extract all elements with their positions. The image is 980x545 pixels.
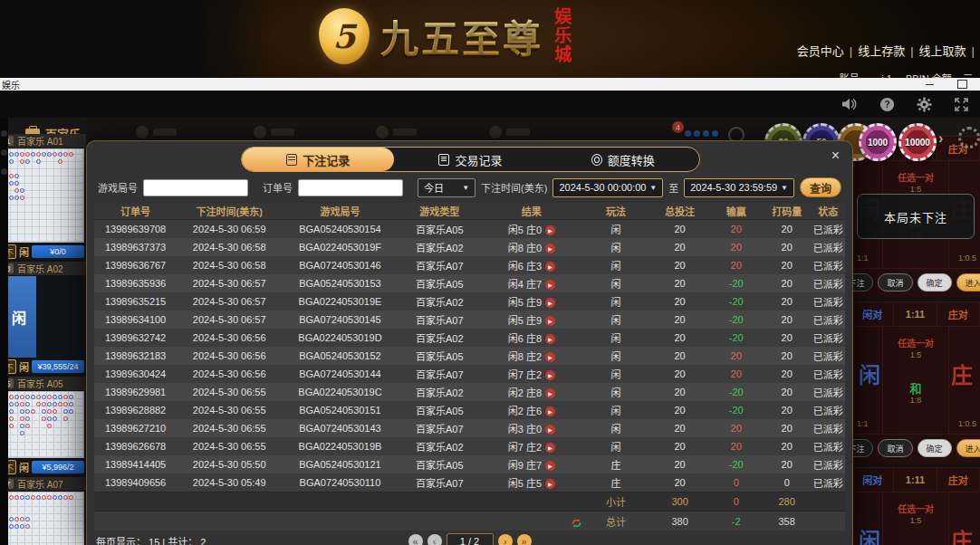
confirm-button[interactable]: 确定 (918, 439, 952, 457)
replay-icon[interactable]: ▶ (545, 280, 555, 290)
banker-pair-cell[interactable]: 庄对 (937, 468, 980, 492)
last-page-button[interactable]: » (517, 534, 532, 545)
empty-dot (69, 517, 73, 521)
to-datetime-select[interactable]: 2024-5-30 23:59:59 ▼ (684, 178, 794, 197)
cell: 百家乐A07 (399, 421, 481, 435)
cell: 已派彩 (812, 421, 845, 435)
cell: 20 (649, 477, 709, 488)
replay-icon[interactable]: ▶ (545, 461, 555, 471)
replay-icon[interactable]: ▶ (545, 443, 555, 453)
bet-button[interactable]: 下注 (851, 273, 873, 292)
banker-dot (36, 402, 41, 406)
replay-icon[interactable]: ▶ (545, 262, 555, 272)
result-cell: 闲4 庄7▶ (481, 276, 582, 291)
cell: BGA0224053019E (282, 296, 398, 307)
enter-button[interactable]: 进入 (956, 439, 980, 457)
banker-bet-cell[interactable]: 庄 (951, 523, 973, 545)
any-pair-cell[interactable]: 任选一对 (884, 336, 947, 349)
table-row: 139896272102024-5-30 06:55BGA07240530143… (94, 419, 845, 437)
player-pair-cell[interactable]: 闲对 (851, 302, 894, 326)
empty-dot (58, 167, 62, 171)
chip-settings-icon[interactable] (958, 127, 980, 148)
empty-dot (42, 203, 46, 207)
top-link[interactable]: 会员中心 (797, 44, 844, 58)
sidebar-table-5[interactable]: 5百家乐 A05不闲¥5,996/2 (0, 377, 86, 475)
road-row (4, 201, 82, 208)
replay-icon[interactable]: ▶ (545, 225, 555, 235)
empty-dot (14, 409, 19, 414)
tab-bet-records[interactable]: 下注记录 (242, 148, 394, 171)
replay-icon[interactable]: ▶ (545, 425, 555, 435)
replay-icon[interactable]: ▶ (545, 352, 555, 362)
cell: 13989635936 (94, 278, 177, 289)
maximize-icon[interactable] (957, 80, 967, 89)
cancel-button[interactable]: 取消 (878, 439, 912, 457)
replay-icon[interactable]: ▶ (545, 244, 555, 253)
empty-dot (31, 510, 35, 514)
replay-icon[interactable]: ▶ (545, 334, 555, 344)
any-pair-cell[interactable]: 任选一对 (884, 170, 947, 184)
replay-icon[interactable]: ▶ (545, 479, 555, 489)
banker-pair-cell[interactable]: 庄对 (937, 302, 980, 326)
order-no-input[interactable] (298, 179, 403, 196)
date-range-select[interactable]: 今日 ▼ (418, 178, 476, 197)
tie-bet-cell[interactable]: 和 (884, 379, 947, 397)
replay-icon[interactable]: ▶ (545, 388, 555, 398)
cell: 已派彩 (812, 349, 845, 363)
result-cell: 闲9 庄7▶ (481, 457, 582, 472)
banker-bet-cell[interactable]: 庄 (951, 358, 973, 389)
top-link[interactable]: 线上取款 (919, 44, 966, 58)
empty-dot (14, 167, 19, 171)
empty-dot (9, 167, 14, 171)
empty-dot (74, 181, 79, 186)
first-page-button[interactable]: « (408, 534, 423, 545)
search-button[interactable]: 查询 (800, 177, 841, 197)
empty-dot (63, 167, 68, 171)
tab-quota-transfer[interactable]: 额度转换 (547, 148, 699, 171)
chip-10000[interactable]: 10000 (898, 123, 937, 161)
road-row (4, 393, 82, 400)
sidebar-table-7[interactable]: 7百家乐 A07 (0, 477, 86, 545)
replay-icon[interactable]: ▶ (545, 406, 555, 416)
chip-1000[interactable]: 1000 (859, 123, 897, 161)
bet-button[interactable]: 下注 (851, 439, 873, 457)
sidebar-table-3[interactable]: 3百家乐 A02闲不闲¥39,555/24 (0, 262, 86, 375)
banker-dot (14, 517, 19, 521)
help-icon[interactable]: ? (879, 97, 895, 112)
any-pair-cell[interactable]: 任选一对 (884, 502, 947, 515)
chips-more-icon[interactable]: › (938, 130, 943, 147)
cell: 闲 (582, 330, 650, 345)
settings-gear-icon[interactable] (917, 97, 932, 112)
minimize-icon[interactable] (926, 84, 934, 85)
replay-icon[interactable]: ▶ (545, 316, 555, 326)
next-page-button[interactable]: › (498, 534, 513, 545)
close-icon[interactable]: × (831, 148, 840, 163)
from-datetime-select[interactable]: 2024-5-30 00:00:00 ▼ (552, 178, 663, 197)
fullscreen-icon[interactable] (954, 97, 969, 112)
empty-dot (14, 203, 19, 207)
player-bet-cell[interactable]: 闲 (859, 523, 880, 545)
sidebar: 1百家乐 A01不闲¥0/03百家乐 A02闲不闲¥39,555/245百家乐 … (0, 134, 86, 545)
replay-icon[interactable]: ▶ (545, 298, 555, 308)
player-bet-cell[interactable]: 闲 (859, 358, 880, 389)
player-dot (20, 409, 24, 414)
cell: BGA05240530153 (282, 278, 398, 289)
refresh-icon[interactable] (571, 518, 582, 529)
road-row (4, 186, 82, 194)
empty-dot (20, 203, 24, 207)
cancel-button[interactable]: 取消 (878, 273, 912, 292)
empty-dot (53, 196, 57, 200)
enter-button[interactable]: 进入 (956, 273, 980, 292)
replay-icon[interactable]: ▶ (545, 370, 555, 380)
game-no-input[interactable] (143, 179, 248, 196)
modal-header: 下注记录交易记录额度转换 × (87, 141, 852, 174)
banker-dot (20, 395, 24, 399)
top-link[interactable]: 线上存款 (858, 44, 905, 58)
player-pair-cell[interactable]: 闲对 (851, 468, 894, 492)
player-dot (25, 416, 30, 421)
cell: 2024-5-30 05:50 (177, 459, 282, 470)
prev-page-button[interactable]: ‹ (428, 534, 442, 545)
volume-icon[interactable] (841, 97, 858, 111)
tab-transaction-records[interactable]: 交易记录 (394, 148, 546, 171)
confirm-button[interactable]: 确定 (918, 273, 952, 292)
